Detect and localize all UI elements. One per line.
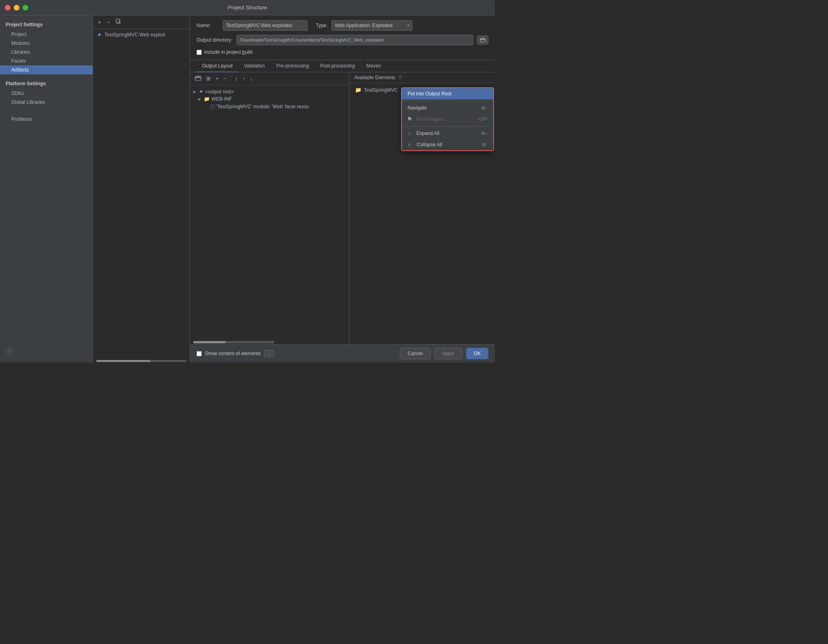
tab-maven[interactable]: Maven	[361, 60, 387, 72]
tree-add-button[interactable]: +	[214, 75, 220, 82]
tree-toolbar-separator	[230, 76, 231, 82]
sidebar-item-problems[interactable]: Problems	[0, 115, 93, 124]
browse-button[interactable]	[477, 36, 488, 44]
tree-item-label: WEB-INF	[211, 96, 232, 102]
show-content-checkbox[interactable]	[196, 351, 202, 356]
copy-artifact-button[interactable]	[114, 18, 123, 26]
add-artifact-button[interactable]: +	[96, 18, 103, 26]
expand-all-shortcut: ⌘+	[481, 131, 488, 136]
ok-button[interactable]: OK	[466, 348, 488, 359]
titlebar: Project Structure	[0, 0, 495, 15]
tab-post-processing[interactable]: Post-processing	[315, 60, 361, 72]
maximize-button[interactable]	[23, 5, 28, 11]
sidebar-item-project[interactable]: Project	[0, 30, 93, 39]
tab-validation[interactable]: Validation	[238, 60, 270, 72]
context-menu-navigate[interactable]: Navigate ⌘↓	[402, 102, 493, 114]
tree-item-label: <output root>	[205, 89, 234, 95]
sidebar-item-label: Global Libraries	[11, 99, 45, 105]
context-menu-item-label: Collapse All	[417, 142, 442, 147]
context-menu-expand-all[interactable]: ◇ Expand All ⌘+	[402, 128, 493, 139]
sidebar-item-facets[interactable]: Facets	[0, 57, 93, 65]
horizontal-scrollbar[interactable]	[190, 340, 349, 344]
content-split: ⊞ + − ↕ ↑ ↓ ▶ ✦ <output root>	[190, 72, 495, 344]
apply-button[interactable]: Apply	[435, 348, 462, 359]
artifact-name: TestSpringMVC:Web explod	[104, 32, 165, 38]
tree-item-module-web[interactable]: ⬡ 'TestSpringMVC' module: 'Web' facet re…	[190, 103, 349, 110]
output-dir-input[interactable]	[237, 35, 473, 45]
sidebar-bottom: ?	[0, 345, 93, 358]
sidebar-item-artifacts[interactable]: Artifacts	[0, 65, 93, 74]
cancel-button[interactable]: Cancel	[400, 348, 430, 359]
sidebar-item-sdks[interactable]: SDKs	[0, 89, 93, 98]
tree-folder-button[interactable]	[193, 74, 203, 83]
tree-toolbar: ⊞ + − ↕ ↑ ↓	[190, 72, 349, 85]
available-panel: Available Elements ? 📁 TestSpringMVC Put…	[349, 72, 495, 344]
include-in-build-checkbox[interactable]	[196, 50, 202, 55]
show-content-row: Show content of elements ...	[196, 350, 274, 357]
artifact-list-panel: + − ✦ TestSpringMVC:Web explod	[93, 15, 190, 362]
context-menu: Put into Output Root Navigate ⌘↓ 🔍 Find …	[401, 87, 494, 151]
type-select-wrapper: Web Application: Exploded	[332, 20, 412, 31]
tree-down-button[interactable]: ↓	[248, 75, 254, 82]
navigate-shortcut: ⌘↓	[481, 105, 488, 111]
sidebar-item-label: Libraries	[11, 49, 30, 55]
sidebar-item-modules[interactable]: Modules	[0, 39, 93, 48]
tree-item-web-inf[interactable]: ▶ 📁 WEB-INF	[190, 95, 349, 103]
minimize-button[interactable]	[14, 5, 19, 11]
form-area: Name: Type: Web Application: Exploded Ou…	[190, 15, 495, 60]
artifact-scroll-track	[96, 360, 186, 362]
svg-rect-2	[480, 39, 485, 42]
main-content: Project Settings Project Modules Librari…	[0, 15, 495, 362]
context-menu-separator-1	[402, 101, 493, 101]
artifact-scroll-thumb	[96, 360, 150, 362]
name-input[interactable]	[223, 20, 308, 31]
help-icon[interactable]: ?	[6, 348, 13, 355]
svg-rect-1	[116, 19, 119, 23]
collapse-all-shortcut: ⌘-	[482, 142, 488, 147]
module-icon: ⬡	[210, 103, 215, 109]
show-content-label[interactable]: Show content of elements	[205, 351, 261, 356]
window-title: Project Structure	[228, 4, 267, 11]
context-menu-put-into-output-root[interactable]: Put into Output Root	[402, 88, 493, 99]
window-controls	[5, 5, 28, 11]
remove-artifact-button[interactable]: −	[105, 18, 112, 26]
main-panel: Name: Type: Web Application: Exploded Ou…	[190, 15, 495, 362]
artifact-list-item[interactable]: ✦ TestSpringMVC:Web explod	[93, 29, 190, 40]
tree-expand-button[interactable]: ⊞	[205, 75, 212, 82]
tree-up-button[interactable]: ↑	[241, 75, 247, 82]
tab-output-layout[interactable]: Output Layout	[196, 60, 238, 72]
available-help-icon[interactable]: ?	[399, 75, 401, 80]
close-button[interactable]	[5, 5, 11, 11]
include-in-build-row: Include in project build	[196, 49, 488, 55]
tree-sort-button[interactable]: ↕	[233, 75, 239, 82]
artifact-icon: ✦	[97, 32, 102, 38]
sidebar-item-libraries[interactable]: Libraries	[0, 48, 93, 57]
available-header: Available Elements ?	[349, 72, 495, 83]
sidebar-item-global-libraries[interactable]: Global Libraries	[0, 98, 93, 107]
available-content: 📁 TestSpringMVC Put into Output Root Nav…	[349, 83, 495, 344]
tree-content: ▶ ✦ <output root> ▶ 📁 WEB-INF ⬡ 'Te	[190, 85, 349, 340]
context-menu-item-label: Navigate	[408, 105, 427, 111]
sidebar-item-label: Facets	[11, 58, 26, 64]
tree-item-output-root[interactable]: ▶ ✦ <output root>	[190, 88, 349, 95]
context-menu-item-label: Put into Output Root	[408, 91, 452, 97]
dots-button[interactable]: ...	[264, 350, 274, 357]
artifact-scrollbar[interactable]	[93, 359, 190, 362]
type-select[interactable]: Web Application: Exploded	[332, 20, 412, 31]
context-menu-collapse-all[interactable]: ✕ Collapse All ⌘-	[402, 139, 493, 150]
chevron-icon: ▶	[193, 90, 197, 94]
sidebar-item-label: Problems	[11, 116, 32, 122]
tab-pre-processing[interactable]: Pre-processing	[270, 60, 315, 72]
copy-icon	[116, 19, 121, 24]
include-in-build-label[interactable]: Include in project build	[204, 49, 252, 55]
search-icon: 🔍	[408, 117, 413, 122]
context-menu-item-label: Find Usages	[416, 116, 443, 122]
tree-item-label: 'TestSpringMVC' module: 'Web' facet reso…	[216, 104, 309, 109]
chevron-icon	[205, 105, 209, 109]
artifact-toolbar: + −	[93, 15, 190, 29]
project-settings-section: Project Settings	[0, 19, 93, 30]
context-menu-item-label: Expand All	[416, 130, 439, 136]
context-menu-find-usages: 🔍 Find Usages ⌥F7	[402, 114, 493, 125]
tree-remove-button[interactable]: −	[222, 75, 228, 82]
output-root-icon: ✦	[199, 88, 203, 95]
